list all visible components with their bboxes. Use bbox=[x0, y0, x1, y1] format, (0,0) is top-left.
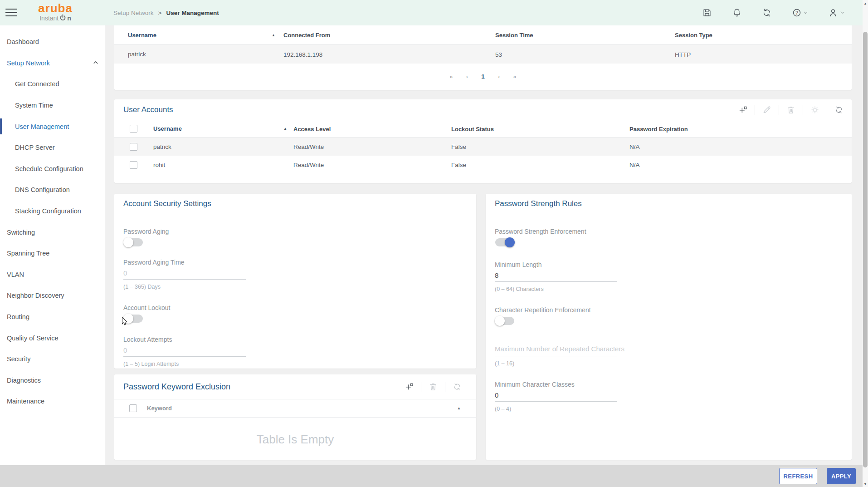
sidebar-item-neighbor-discovery[interactable]: Neighbor Discovery bbox=[0, 285, 105, 306]
aruba-instant-on-logo: aruba Instant n bbox=[28, 2, 83, 22]
vertical-scrollbar[interactable]: ▲ ▼ bbox=[863, 0, 868, 487]
minimum-length-input[interactable]: 8 bbox=[495, 271, 498, 279]
logo-product-suffix: n bbox=[67, 15, 71, 22]
sort-asc-icon: ▲ bbox=[283, 127, 287, 131]
keyword-exclusion-card: Password Keyword Exclusion Keyword ▲ Tab… bbox=[114, 374, 476, 460]
sidebar-item-quality-of-service[interactable]: Quality of Service bbox=[0, 327, 105, 349]
chevron-down-icon bbox=[804, 10, 808, 15]
delete-icon[interactable] bbox=[429, 382, 438, 391]
max-repeated-hint: (1 – 16) bbox=[495, 360, 514, 367]
user-accounts-table-header: Username▲ Access Level Lockout Status Pa… bbox=[114, 120, 852, 138]
logo-brand-text: aruba bbox=[28, 2, 83, 14]
min-char-classes-label: Minimum Character Classes bbox=[495, 381, 575, 388]
breadcrumb-current: User Management bbox=[166, 10, 219, 16]
column-access-level[interactable]: Access Level bbox=[293, 126, 331, 133]
column-password-expiration[interactable]: Password Expiration bbox=[629, 126, 688, 133]
sidebar-nav: Dashboard Setup Network Get Connected Sy… bbox=[0, 25, 105, 465]
minimum-length-label: Minimum Length bbox=[495, 261, 542, 268]
scroll-up-icon[interactable]: ▲ bbox=[863, 0, 868, 6]
apply-button[interactable]: APPLY bbox=[827, 468, 856, 484]
password-aging-time-hint: (1 – 365) Days bbox=[123, 284, 161, 290]
sidebar-item-security[interactable]: Security bbox=[0, 349, 105, 370]
lockout-attempts-input[interactable]: 0 bbox=[123, 346, 127, 354]
account-lockout-label: Account Lockout bbox=[123, 304, 171, 311]
hamburger-menu-icon[interactable] bbox=[5, 9, 17, 17]
edit-icon[interactable] bbox=[762, 105, 771, 114]
scroll-down-icon[interactable]: ▼ bbox=[863, 481, 868, 487]
sidebar-item-dns-configuration[interactable]: DNS Configuration bbox=[0, 179, 105, 201]
select-all-checkbox[interactable] bbox=[130, 125, 137, 133]
session-row[interactable]: patrick 192.168.1.198 53 HTTP bbox=[114, 45, 852, 64]
help-icon[interactable]: ? bbox=[792, 8, 808, 18]
user-accounts-toolbar bbox=[738, 105, 844, 115]
sidebar-item-maintenance[interactable]: Maintenance bbox=[0, 391, 105, 412]
column-session-time[interactable]: Session Time bbox=[495, 32, 533, 39]
row-checkbox[interactable] bbox=[130, 161, 137, 169]
char-repetition-toggle[interactable] bbox=[495, 317, 514, 325]
chevron-up-icon bbox=[93, 59, 98, 67]
sidebar-item-dhcp-server[interactable]: DHCP Server bbox=[0, 137, 105, 158]
page-first-button[interactable]: « bbox=[449, 73, 453, 80]
sidebar-item-stacking-configuration[interactable]: Stacking Configuration bbox=[0, 201, 105, 222]
min-char-classes-input[interactable]: 0 bbox=[495, 391, 498, 399]
user-accounts-title: User Accounts bbox=[123, 105, 173, 114]
keyword-table-header: Keyword ▲ bbox=[114, 399, 476, 418]
column-username[interactable]: Username bbox=[153, 125, 182, 132]
password-strength-title: Password Strength Rules bbox=[495, 199, 582, 208]
password-aging-label: Password Aging bbox=[123, 228, 169, 235]
account-security-card: Account Security Settings Password Aging… bbox=[114, 194, 476, 369]
sidebar-item-setup-network[interactable]: Setup Network bbox=[0, 53, 105, 74]
password-aging-time-input[interactable]: 0 bbox=[123, 269, 127, 277]
add-icon[interactable] bbox=[738, 105, 747, 114]
save-icon[interactable] bbox=[702, 8, 712, 18]
breadcrumb-separator: > bbox=[158, 10, 162, 16]
user-accounts-card: User Accounts Username▲ Access Level bbox=[114, 99, 852, 183]
sidebar-item-routing[interactable]: Routing bbox=[0, 306, 105, 328]
page-last-button[interactable]: » bbox=[513, 73, 517, 80]
bell-icon[interactable] bbox=[732, 8, 742, 18]
sidebar-item-get-connected[interactable]: Get Connected bbox=[0, 74, 105, 95]
breadcrumb: Setup Network > User Management bbox=[113, 0, 219, 25]
page-next-button[interactable]: › bbox=[498, 73, 500, 80]
settings-gear-icon[interactable] bbox=[810, 105, 819, 114]
lockout-attempts-label: Lockout Attempts bbox=[123, 336, 172, 343]
sync-icon[interactable] bbox=[762, 8, 772, 18]
sidebar-item-system-time[interactable]: System Time bbox=[0, 95, 105, 116]
refresh-icon[interactable] bbox=[834, 105, 844, 114]
page-current[interactable]: 1 bbox=[481, 73, 485, 80]
user-icon[interactable] bbox=[828, 8, 844, 18]
sidebar-item-spanning-tree[interactable]: Spanning Tree bbox=[0, 243, 105, 264]
column-session-type[interactable]: Session Type bbox=[675, 32, 712, 39]
lockout-attempts-hint: (1 – 5) Login Attempts bbox=[123, 361, 179, 367]
active-sessions-card: Username▲ Connected From Session Time Se… bbox=[114, 25, 852, 90]
sidebar-item-switching[interactable]: Switching bbox=[0, 221, 105, 243]
breadcrumb-parent[interactable]: Setup Network bbox=[113, 10, 154, 16]
sidebar-item-user-management[interactable]: User Management bbox=[0, 116, 105, 137]
row-checkbox[interactable] bbox=[130, 143, 137, 151]
refresh-button[interactable]: REFRESH bbox=[779, 468, 817, 484]
scrollbar-thumb[interactable] bbox=[863, 32, 868, 467]
refresh-icon[interactable] bbox=[453, 382, 462, 391]
table-row[interactable]: patrick Read/Write False N/A bbox=[114, 138, 852, 156]
sidebar-item-diagnostics[interactable]: Diagnostics bbox=[0, 370, 105, 391]
page-prev-button[interactable]: ‹ bbox=[466, 73, 468, 80]
column-username[interactable]: Username bbox=[128, 32, 156, 39]
select-all-checkbox[interactable] bbox=[129, 404, 137, 412]
column-lockout-status[interactable]: Lockout Status bbox=[451, 126, 494, 133]
power-icon bbox=[59, 14, 66, 22]
main-content: Username▲ Connected From Session Time Se… bbox=[105, 25, 863, 465]
user-management-page: aruba Instant n Setup Network > User Man… bbox=[0, 0, 868, 487]
sidebar-item-dashboard[interactable]: Dashboard bbox=[0, 31, 105, 53]
delete-icon[interactable] bbox=[786, 105, 795, 114]
sidebar-item-vlan[interactable]: VLAN bbox=[0, 264, 105, 285]
pagination: « ‹ 1 › » bbox=[114, 64, 852, 89]
account-lockout-toggle[interactable] bbox=[124, 315, 143, 323]
add-icon[interactable] bbox=[405, 382, 414, 391]
sidebar-item-schedule-configuration[interactable]: Schedule Configuration bbox=[0, 158, 105, 180]
password-aging-toggle[interactable] bbox=[124, 238, 143, 246]
column-connected-from[interactable]: Connected From bbox=[283, 32, 330, 39]
minimum-length-hint: (0 – 64) Characters bbox=[495, 286, 544, 292]
strength-enforcement-toggle[interactable] bbox=[495, 238, 514, 246]
table-row[interactable]: rohit Read/Write False N/A bbox=[114, 156, 852, 174]
column-keyword[interactable]: Keyword bbox=[147, 405, 172, 412]
